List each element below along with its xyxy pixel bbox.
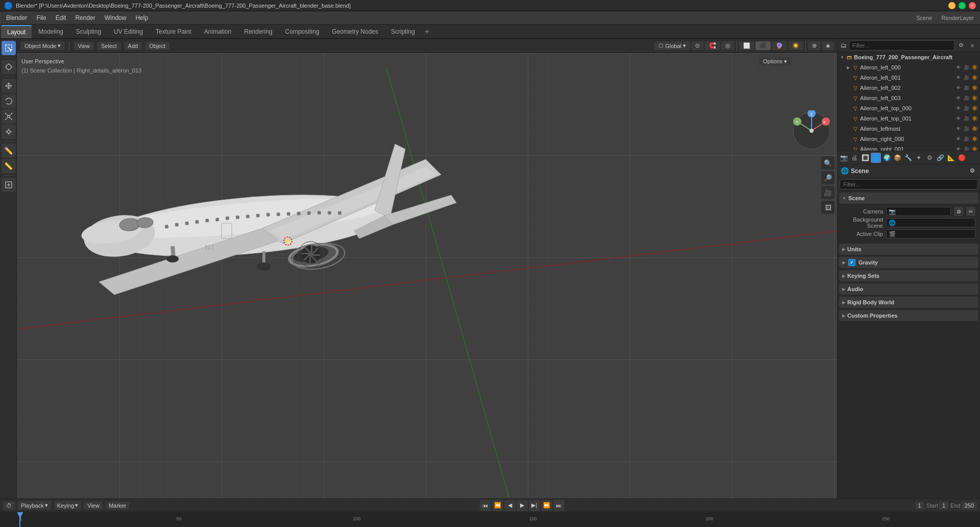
timeline-ruler[interactable]: 1 50 100 150 200 250 — [0, 512, 980, 527]
item-render-8[interactable]: 🔆 — [971, 146, 978, 151]
item-visibility-2[interactable]: 👁 — [954, 84, 962, 91]
properties-search-input[interactable] — [840, 179, 978, 189]
viewport-view-menu[interactable]: View — [74, 42, 94, 50]
active-clip-value[interactable]: 🎬 — [886, 229, 975, 238]
end-frame-input[interactable]: 250 — [962, 501, 977, 510]
item-visibility-4[interactable]: 👁 — [954, 105, 962, 112]
item-camera-2[interactable]: 🎥 — [963, 84, 970, 91]
viewport-shading-material[interactable]: 🔮 — [772, 41, 787, 50]
transport-prev-keyframe[interactable]: ⏪ — [492, 500, 503, 511]
viewport-camera-view[interactable]: 🎥 — [821, 186, 835, 199]
tab-texture-paint[interactable]: Texture Paint — [150, 25, 198, 38]
current-frame-input[interactable]: 1 — [915, 501, 924, 510]
menu-file[interactable]: File — [32, 13, 50, 22]
viewport-proportional-edit[interactable]: ◎ — [721, 41, 734, 50]
viewport-overlay-toggle[interactable]: ⊛ — [808, 41, 821, 50]
outliner-item-1[interactable]: ▶ ▽ Aileron_left_001 👁 🎥 🔆 — [838, 73, 980, 83]
item-render-6[interactable]: 🔆 — [971, 125, 978, 132]
tab-uv-editing[interactable]: UV Editing — [108, 25, 149, 38]
prop-icon-modifier[interactable]: 🔧 — [903, 153, 913, 163]
bg-scene-value[interactable]: 🌐 — [886, 218, 975, 227]
item-visibility-1[interactable]: 👁 — [954, 74, 962, 81]
tool-move[interactable] — [2, 79, 16, 93]
prop-section-gravity-header[interactable]: ▶ ✓ Gravity — [839, 257, 978, 268]
tab-compositing[interactable]: Compositing — [279, 25, 326, 38]
item-visibility-0[interactable]: 👁 — [954, 64, 962, 71]
properties-filter-btn[interactable]: ⚙ — [968, 166, 977, 176]
tab-rendering[interactable]: Rendering — [238, 25, 278, 38]
item-render-2[interactable]: 🔆 — [971, 84, 978, 91]
keying-menu[interactable]: Keying ▾ — [54, 501, 82, 510]
item-camera-6[interactable]: 🎥 — [963, 125, 970, 132]
outliner-collection-root[interactable]: ▼ 🗃 Boeing_777_200_Passenger_Aircraft — [838, 52, 980, 62]
camera-browse-btn[interactable]: ⚙ — [954, 207, 963, 216]
prop-icon-object[interactable]: 📦 — [892, 153, 902, 163]
playhead[interactable] — [19, 512, 20, 527]
prop-section-rigid-body-header[interactable]: ▶ Rigid Body World — [839, 297, 978, 308]
prop-section-scene-header[interactable]: ▼ Scene — [839, 193, 978, 204]
viewport-zoom-out[interactable]: 🔎 — [821, 171, 835, 184]
item-camera-8[interactable]: 🎥 — [963, 146, 970, 151]
tab-modeling[interactable]: Modeling — [32, 25, 69, 38]
renderlayer-selector[interactable]: RenderLayer — [937, 15, 978, 21]
menu-blender[interactable]: Blender — [2, 13, 31, 22]
gravity-checkbox[interactable]: ✓ — [848, 259, 855, 266]
outliner-item-3[interactable]: ▶ ▽ Aileron_left_003 👁 🎥 🔆 — [838, 93, 980, 103]
view-menu-timeline[interactable]: View — [84, 501, 103, 510]
item-render-7[interactable]: 🔆 — [971, 135, 978, 142]
prop-icon-output[interactable]: 🖨 — [849, 153, 860, 163]
outliner-item-2[interactable]: ▶ ▽ Aileron_left_002 👁 🎥 🔆 — [838, 83, 980, 93]
navigation-gizmo[interactable]: X Y Z — [791, 110, 832, 151]
tool-annotate[interactable]: ✏️ — [2, 143, 16, 158]
camera-new-btn[interactable]: ✏ — [966, 207, 975, 216]
prop-section-custom-props-header[interactable]: ▶ Custom Properties — [839, 310, 978, 321]
outliner-options-button[interactable]: ≡ — [968, 41, 977, 50]
timeline-editor-type[interactable]: ⏱ — [3, 501, 15, 510]
item-visibility-5[interactable]: 👁 — [954, 115, 962, 122]
item-render-1[interactable]: 🔆 — [971, 74, 978, 81]
item-visibility-3[interactable]: 👁 — [954, 94, 962, 102]
maximize-button[interactable]: □ — [959, 2, 966, 9]
transport-jump-end[interactable]: ⏭ — [553, 500, 565, 511]
outliner-item-0[interactable]: ▶ ▽ Aileron_left_000 👁 🎥 🔆 — [838, 62, 980, 73]
viewport-frame-all[interactable]: 🖼 — [821, 201, 835, 214]
item-visibility-6[interactable]: 👁 — [954, 125, 962, 132]
tool-transform[interactable] — [2, 125, 16, 139]
tool-rotate[interactable] — [2, 94, 16, 108]
viewport-global-transform[interactable]: ⬡ Global ▾ — [654, 41, 690, 50]
viewport-shading-rendered[interactable]: ☀️ — [788, 41, 803, 50]
prop-icon-physics[interactable]: ⚙ — [924, 153, 935, 163]
start-frame-input[interactable]: 1 — [939, 501, 948, 510]
viewport-add-menu[interactable]: Add — [124, 42, 142, 50]
item-camera-4[interactable]: 🎥 — [963, 105, 970, 112]
outliner-item-5[interactable]: ▶ ▽ Aileron_left_top_001 👁 🎥 🔆 — [838, 113, 980, 124]
prop-section-units-header[interactable]: ▶ Units — [839, 244, 978, 255]
prop-icon-particles[interactable]: ✦ — [914, 153, 924, 163]
tab-scripting[interactable]: Scripting — [385, 25, 421, 38]
outliner-item-7[interactable]: ▶ ▽ Aileron_right_000 👁 🎥 🔆 — [838, 134, 980, 144]
viewport-canvas[interactable]: NJ — [17, 53, 837, 498]
item-camera-3[interactable]: 🎥 — [963, 94, 970, 102]
viewport-transform-pivot[interactable]: ⊙ — [691, 41, 704, 50]
prop-icon-view-layer[interactable]: 🔳 — [860, 153, 870, 163]
tool-scale[interactable] — [2, 109, 16, 124]
prop-icon-material[interactable]: 🔴 — [957, 153, 967, 163]
transport-prev-frame[interactable]: ◀ — [504, 500, 516, 511]
prop-icon-constraints[interactable]: 🔗 — [935, 153, 945, 163]
transport-play[interactable]: ▶ — [517, 500, 528, 511]
transport-jump-start[interactable]: ⏮ — [480, 500, 491, 511]
viewport-options-button[interactable]: Options ▾ — [759, 57, 791, 66]
tab-add-button[interactable]: + — [422, 26, 433, 37]
item-visibility-7[interactable]: 👁 — [954, 135, 962, 142]
item-camera-7[interactable]: 🎥 — [963, 135, 970, 142]
item-render-4[interactable]: 🔆 — [971, 105, 978, 112]
tab-geometry-nodes[interactable]: Geometry Nodes — [326, 25, 384, 38]
playback-menu[interactable]: Playback ▾ — [18, 501, 51, 510]
outliner-filter-button[interactable]: ⚙ — [957, 41, 966, 50]
menu-edit[interactable]: Edit — [52, 13, 70, 22]
item-render-0[interactable]: 🔆 — [971, 64, 978, 71]
item-camera-5[interactable]: 🎥 — [963, 115, 970, 122]
window-controls[interactable]: — □ ✕ — [948, 2, 976, 9]
prop-section-audio-header[interactable]: ▶ Audio — [839, 283, 978, 295]
prop-icon-scene[interactable]: 🌐 — [871, 153, 881, 163]
